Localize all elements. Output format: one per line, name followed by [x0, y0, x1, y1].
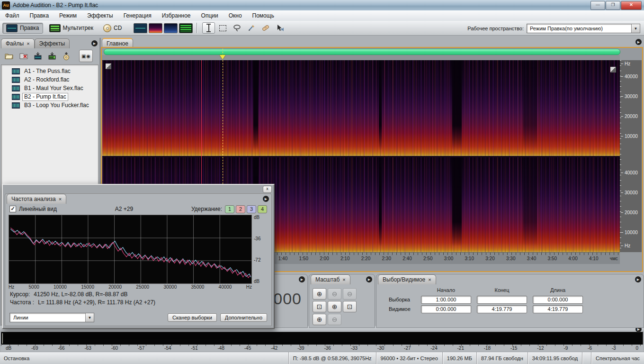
multitrack-label: Мультитрек [63, 25, 93, 31]
tab-zoom[interactable]: Масштаб × [311, 274, 350, 284]
advanced-button[interactable]: Дополнительно [220, 313, 267, 322]
tab-close-icon[interactable]: × [59, 197, 62, 202]
scan-selection-button[interactable]: Сканер выборки [168, 313, 217, 322]
minimize-button[interactable]: — [590, 1, 605, 10]
file-list-item[interactable]: B2 - Pump It.flac [1, 92, 98, 101]
status-segment: Спектральная час [591, 352, 644, 364]
playhead-handle[interactable] [220, 55, 225, 59]
multitrack-view-button[interactable]: Мультитрек [45, 23, 97, 34]
frequency-ruler[interactable]: Hz 40000 30000 20000 10000 40000 30000 2… [620, 60, 642, 252]
panel-menu-button[interactable]: ▶ [91, 40, 98, 46]
tab-close-icon[interactable]: × [428, 277, 431, 282]
file-list-item[interactable]: B1 - Maul Your Sex.flac [1, 84, 98, 92]
plot-xlabel: 10000 [54, 284, 67, 290]
toolbar-separator [197, 23, 197, 33]
file-list-item[interactable]: A1 - The Puss.flac [1, 67, 98, 75]
menu-item[interactable]: Правка [25, 11, 54, 20]
frequency-analysis-window[interactable]: x Частота анализа × ▶ ✓ Линейный вид A2 … [2, 184, 275, 329]
insert-into-cd-list-button[interactable] [46, 51, 58, 61]
spectrogram-left-channel[interactable] [102, 60, 620, 156]
insert-into-cd-button[interactable] [61, 51, 72, 61]
chevron-down-icon[interactable]: ▼ [631, 24, 640, 33]
panel-menu-button[interactable]: ▶ [299, 276, 305, 282]
graph-style-dropdown[interactable]: Линии ▼ [9, 313, 94, 322]
zoom-tool-button[interactable]: ⊡ [343, 301, 357, 312]
menu-item[interactable]: Эффекты [82, 11, 118, 20]
tab-selection-view[interactable]: Выбор/Видимое × [378, 274, 436, 284]
panel-menu-button[interactable]: ▶ [366, 276, 372, 282]
file-list-item[interactable]: B3 - Loop You Fucker.flac [1, 101, 98, 109]
cd-view-button[interactable]: CD [99, 23, 125, 34]
file-list-item[interactable]: A2 - Rockford.flac [1, 75, 98, 84]
close-icon[interactable]: x [263, 186, 272, 193]
zoom-tool-button[interactable]: ⊖ [343, 288, 357, 300]
hold-button[interactable]: 1 [225, 205, 234, 213]
tab-close-icon[interactable]: × [342, 277, 345, 282]
time-ruler-label: 3:50 [548, 256, 557, 261]
selection-length-field[interactable]: 0:00.000 [533, 296, 583, 304]
freq-scale-label: 30000 [625, 94, 638, 99]
tab-files[interactable]: Файлы × [1, 38, 35, 48]
selection-handle-right[interactable] [610, 67, 616, 73]
phase-display-button[interactable] [179, 23, 193, 33]
chevron-down-icon[interactable]: ▼ [85, 313, 94, 322]
workspace-label: Рабочее пространство: [467, 26, 524, 31]
menu-item[interactable]: Окно [224, 11, 247, 20]
workspace-dropdown[interactable]: Режим Правка(по умолчанию) ▼ [527, 24, 640, 33]
tab-effects[interactable]: Эффекты [35, 38, 70, 48]
import-file-button[interactable] [4, 51, 15, 61]
freq-analysis-plot[interactable] [9, 215, 252, 284]
show-options-toggle[interactable]: ▣◉ [79, 50, 93, 62]
level-meter[interactable] [1, 332, 643, 345]
menu-item[interactable]: Опции [196, 11, 224, 20]
scrub-tool[interactable] [273, 22, 286, 34]
marquee-selection-tool[interactable] [216, 22, 229, 34]
hold-button[interactable]: 3 [247, 205, 256, 213]
restore-button[interactable]: ❐ [606, 1, 620, 10]
files-panel-tabs: Файлы × Эффекты ▶ [0, 38, 99, 48]
panel-menu-button[interactable]: ▶ [263, 196, 269, 202]
menu-item[interactable]: Избранное [157, 11, 196, 20]
close-file-button[interactable] [18, 51, 29, 61]
tab-frequency-analysis[interactable]: Частота анализа × [7, 194, 66, 204]
zoom-tool-button[interactable]: ⊖ [328, 288, 341, 300]
waveform-display-button[interactable] [134, 23, 147, 33]
time-ruler-label: 3:20 [485, 256, 494, 261]
title-bar[interactable]: Au Adobe Audition - B2 - Pump It.flac — … [0, 0, 644, 11]
tab-main[interactable]: Главное [102, 38, 133, 48]
scroll-navigation-bar[interactable] [104, 49, 620, 55]
view-start-field[interactable]: 0:00.000 [421, 305, 471, 313]
menu-item[interactable]: Помощь [247, 11, 279, 20]
selection-start-field[interactable]: 1:00.000 [421, 296, 471, 304]
menu-item[interactable]: Генерация [118, 11, 157, 20]
zoom-tool-button[interactable]: ⊖ [328, 314, 341, 325]
edit-view-button[interactable]: Правка [2, 23, 43, 34]
linear-view-checkbox[interactable]: ✓ [9, 206, 16, 212]
zoom-tool-button[interactable]: ⊕ [328, 301, 341, 312]
insert-into-multitrack-button[interactable] [32, 51, 44, 61]
zoom-tool-button[interactable]: ⊕ [313, 288, 326, 300]
spot-healing-brush-tool[interactable] [259, 22, 272, 34]
selection-end-field[interactable] [477, 296, 527, 304]
panel-menu-button[interactable]: ▶ [635, 276, 641, 282]
menu-item[interactable]: Файл [0, 11, 25, 20]
effects-paintbrush-tool[interactable] [245, 22, 258, 34]
spectral-display-button[interactable] [149, 23, 162, 33]
column-header-end: Конец [474, 287, 530, 293]
lasso-selection-tool[interactable] [231, 22, 243, 34]
hold-button[interactable]: 2 [236, 205, 245, 213]
tab-close-icon[interactable]: × [27, 41, 29, 46]
spectral-pan-display-button[interactable] [164, 23, 178, 33]
panel-menu-button[interactable]: ▶ [635, 39, 642, 45]
menu-item[interactable]: Режим [54, 11, 82, 20]
quiet-gap [379, 60, 382, 156]
selection-handle-left[interactable] [106, 64, 111, 69]
view-end-field[interactable]: 4:19.779 [477, 305, 527, 313]
time-selection-tool[interactable] [202, 22, 215, 34]
close-button[interactable]: ✕ [621, 1, 642, 10]
hold-button[interactable]: 4 [258, 205, 267, 213]
zoom-tool-button[interactable]: ⊡ [313, 301, 326, 312]
plot-xlabel: 40000 [219, 284, 232, 290]
view-length-field[interactable]: 4:19.779 [533, 305, 583, 313]
zoom-tool-button[interactable]: ⊕ [313, 314, 326, 325]
